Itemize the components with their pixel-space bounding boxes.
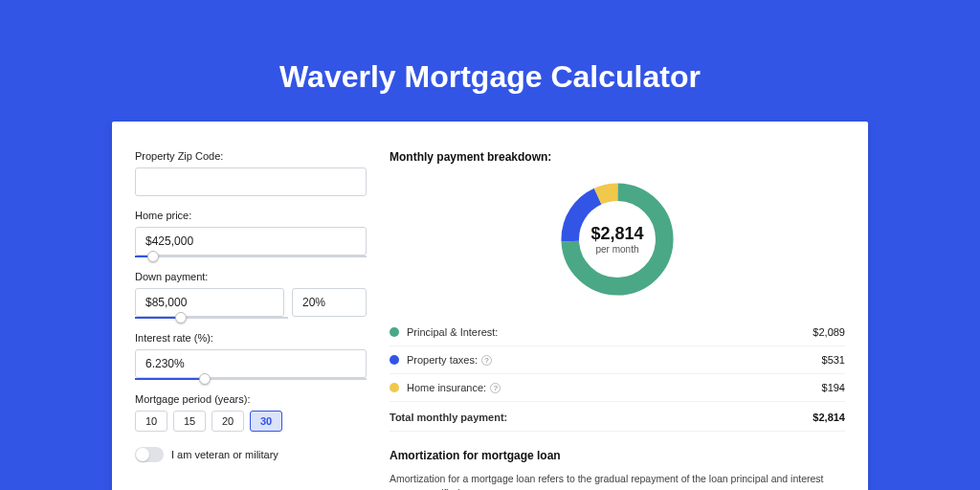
legend-label-principal: Principal & Interest:: [407, 326, 813, 338]
down-payment-slider[interactable]: [135, 317, 288, 319]
home-price-input[interactable]: [135, 227, 367, 256]
interest-slider[interactable]: [135, 378, 367, 380]
interest-field: Interest rate (%):: [135, 332, 367, 380]
down-payment-slider-thumb[interactable]: [175, 312, 187, 323]
calculator-card: Property Zip Code: Home price: Down paym…: [112, 122, 868, 490]
interest-slider-fill: [135, 378, 205, 380]
interest-slider-thumb[interactable]: [199, 373, 211, 385]
down-payment-input[interactable]: [135, 288, 284, 317]
period-btn-15[interactable]: 15: [173, 411, 206, 432]
legend-value-insurance: $194: [822, 382, 845, 393]
period-options: 10 15 20 30: [135, 411, 367, 432]
home-price-slider[interactable]: [135, 256, 367, 257]
home-price-field: Home price:: [135, 210, 367, 257]
home-price-slider-thumb[interactable]: [147, 251, 159, 262]
legend-dot-taxes: [390, 355, 399, 365]
legend-label-insurance: Home insurance: ?: [407, 382, 822, 393]
zip-input[interactable]: [135, 167, 367, 196]
period-btn-10[interactable]: 10: [135, 411, 167, 432]
veteran-toggle-knob: [136, 448, 149, 461]
breakdown-column: Monthly payment breakdown: $2,814 per mo…: [390, 150, 845, 490]
info-icon[interactable]: ?: [490, 383, 501, 393]
amortization-title: Amortization for mortgage loan: [390, 449, 845, 462]
legend-value-principal: $2,089: [813, 326, 845, 338]
period-btn-20[interactable]: 20: [212, 411, 244, 432]
veteran-row: I am veteran or military: [135, 447, 367, 462]
legend-label-insurance-text: Home insurance:: [407, 382, 486, 393]
interest-label: Interest rate (%):: [135, 332, 367, 344]
donut-chart: $2,814 per month: [555, 177, 679, 301]
donut-center: $2,814 per month: [590, 224, 643, 255]
period-btn-30[interactable]: 30: [250, 411, 282, 432]
zip-field: Property Zip Code:: [135, 150, 367, 196]
legend-row-total: Total monthly payment: $2,814: [390, 402, 845, 432]
down-payment-pct-input[interactable]: [292, 288, 367, 317]
veteran-label: I am veteran or military: [171, 449, 278, 460]
donut-chart-wrap: $2,814 per month: [390, 177, 845, 301]
amortization-body: Amortization for a mortgage loan refers …: [390, 472, 845, 490]
legend-dot-principal: [390, 327, 399, 337]
legend-label-taxes-text: Property taxes:: [407, 354, 478, 366]
legend-dot-insurance: [390, 383, 399, 392]
veteran-toggle[interactable]: [135, 447, 164, 462]
legend-row-insurance: Home insurance: ? $194: [390, 374, 845, 402]
legend-row-principal: Principal & Interest: $2,089: [390, 319, 845, 346]
page-title: Waverly Mortgage Calculator: [0, 0, 980, 122]
donut-amount: $2,814: [590, 224, 643, 244]
info-icon[interactable]: ?: [481, 355, 492, 366]
interest-input[interactable]: [135, 349, 367, 378]
amortization-section: Amortization for mortgage loan Amortizat…: [390, 449, 845, 490]
down-payment-slider-fill: [135, 317, 181, 319]
zip-label: Property Zip Code:: [135, 150, 367, 162]
breakdown-title: Monthly payment breakdown:: [390, 150, 845, 164]
legend-label-total: Total monthly payment:: [390, 412, 813, 423]
legend-value-taxes: $531: [822, 354, 845, 366]
inputs-column: Property Zip Code: Home price: Down paym…: [135, 150, 367, 490]
legend-value-total: $2,814: [813, 412, 845, 423]
donut-sub: per month: [590, 244, 643, 255]
down-payment-field: Down payment:: [135, 271, 367, 319]
legend-row-taxes: Property taxes: ? $531: [390, 346, 845, 374]
period-field: Mortgage period (years): 10 15 20 30: [135, 393, 367, 432]
down-payment-label: Down payment:: [135, 271, 367, 282]
home-price-label: Home price:: [135, 210, 367, 221]
period-label: Mortgage period (years):: [135, 393, 367, 405]
legend-label-taxes: Property taxes: ?: [407, 354, 822, 366]
